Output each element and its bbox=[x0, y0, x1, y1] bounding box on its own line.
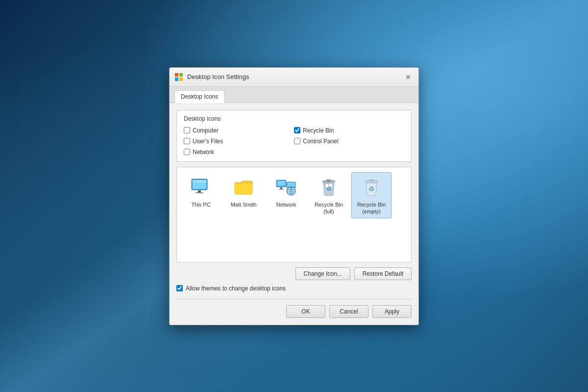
icon-label-this-pc: This PC bbox=[191, 201, 210, 208]
this-pc-icon bbox=[189, 176, 213, 199]
icon-label-network: Network bbox=[276, 201, 296, 208]
icon-label-recycle-bin-empty: Recycle Bin (empty) bbox=[354, 201, 389, 215]
icon-item-this-pc[interactable]: This PC bbox=[181, 172, 221, 211]
checkbox-users-files[interactable] bbox=[184, 138, 190, 144]
apply-button[interactable]: Apply bbox=[372, 305, 412, 318]
user-folder-icon bbox=[232, 176, 255, 199]
checkbox-row-recycle-bin: Recycle Bin bbox=[294, 126, 404, 135]
svg-rect-12 bbox=[279, 189, 284, 190]
icons-preview-box: This PC Matt Smith bbox=[176, 167, 412, 262]
icon-label-matt-smith: Matt Smith bbox=[231, 201, 257, 208]
allow-themes-row: Allow themes to change desktop icons bbox=[176, 285, 412, 292]
network-icon bbox=[274, 176, 298, 199]
svg-rect-2 bbox=[175, 78, 178, 81]
svg-rect-8 bbox=[193, 180, 206, 183]
section-label: Desktop icons bbox=[184, 115, 404, 122]
footer-buttons: OK Cancel Apply bbox=[176, 299, 412, 318]
cancel-button[interactable]: Cancel bbox=[329, 305, 368, 318]
svg-rect-30 bbox=[369, 180, 373, 182]
label-users-files: User's Files bbox=[193, 138, 223, 145]
label-network: Network bbox=[193, 149, 214, 156]
recycle-bin-empty-icon: ♻ bbox=[360, 176, 383, 199]
icon-item-network[interactable]: Network bbox=[266, 172, 306, 211]
checkbox-row-users-files: User's Files bbox=[184, 137, 294, 146]
svg-line-17 bbox=[286, 184, 287, 185]
icon-item-recycle-bin-full[interactable]: ♻ Recycle Bin (full) bbox=[309, 172, 349, 219]
label-allow-themes: Allow themes to change desktop icons bbox=[186, 285, 286, 292]
label-control-panel: Control Panel bbox=[303, 138, 339, 145]
checkbox-row-network: Network bbox=[184, 148, 294, 157]
checkbox-row-control-panel: Control Panel bbox=[294, 137, 404, 146]
desktop-icons-section: Desktop icons Computer Recycle Bin User'… bbox=[176, 110, 412, 162]
tabs-bar: Desktop Icons bbox=[170, 87, 418, 103]
dialog-title: Desktop Icon Settings bbox=[187, 73, 403, 80]
label-computer: Computer bbox=[193, 127, 219, 134]
label-recycle-bin: Recycle Bin bbox=[303, 127, 334, 134]
checkbox-row-computer: Computer bbox=[184, 126, 294, 135]
change-icon-button[interactable]: Change Icon... bbox=[295, 267, 350, 280]
svg-rect-28 bbox=[329, 183, 332, 186]
tab-desktop-icons[interactable]: Desktop Icons bbox=[174, 90, 224, 103]
checkbox-allow-themes[interactable] bbox=[176, 285, 183, 291]
svg-rect-0 bbox=[175, 73, 178, 77]
checkbox-recycle-bin[interactable] bbox=[294, 127, 300, 133]
svg-rect-1 bbox=[179, 73, 183, 77]
dialog-body: Desktop icons Computer Recycle Bin User'… bbox=[170, 103, 418, 325]
icon-item-matt-smith[interactable]: Matt Smith bbox=[223, 172, 264, 211]
title-bar: Desktop Icon Settings ✕ bbox=[170, 68, 418, 87]
action-buttons: Change Icon... Restore Default bbox=[176, 267, 412, 280]
checkbox-network[interactable] bbox=[184, 149, 190, 155]
svg-rect-10 bbox=[277, 181, 286, 185]
ok-button[interactable]: OK bbox=[286, 305, 325, 318]
svg-rect-3 bbox=[179, 78, 183, 81]
svg-rect-11 bbox=[280, 187, 282, 189]
icon-item-recycle-bin-empty[interactable]: ♻ Recycle Bin (empty) bbox=[351, 172, 392, 219]
checkbox-control-panel[interactable] bbox=[294, 138, 300, 144]
icon-label-recycle-bin-full: Recycle Bin (full) bbox=[311, 201, 346, 215]
checkbox-computer[interactable] bbox=[184, 127, 190, 133]
dialog-desktop-icon-settings: Desktop Icon Settings ✕ Desktop Icons De… bbox=[169, 67, 419, 325]
windows-settings-icon bbox=[174, 73, 183, 81]
checkboxes-grid: Computer Recycle Bin User's Files Contro… bbox=[184, 126, 404, 157]
svg-text:♻: ♻ bbox=[368, 185, 374, 193]
svg-rect-6 bbox=[198, 190, 201, 192]
close-button[interactable]: ✕ bbox=[403, 72, 414, 82]
recycle-bin-full-icon: ♻ bbox=[317, 176, 341, 199]
restore-default-button[interactable]: Restore Default bbox=[354, 267, 412, 280]
svg-rect-25 bbox=[327, 180, 331, 182]
svg-rect-7 bbox=[196, 192, 203, 193]
